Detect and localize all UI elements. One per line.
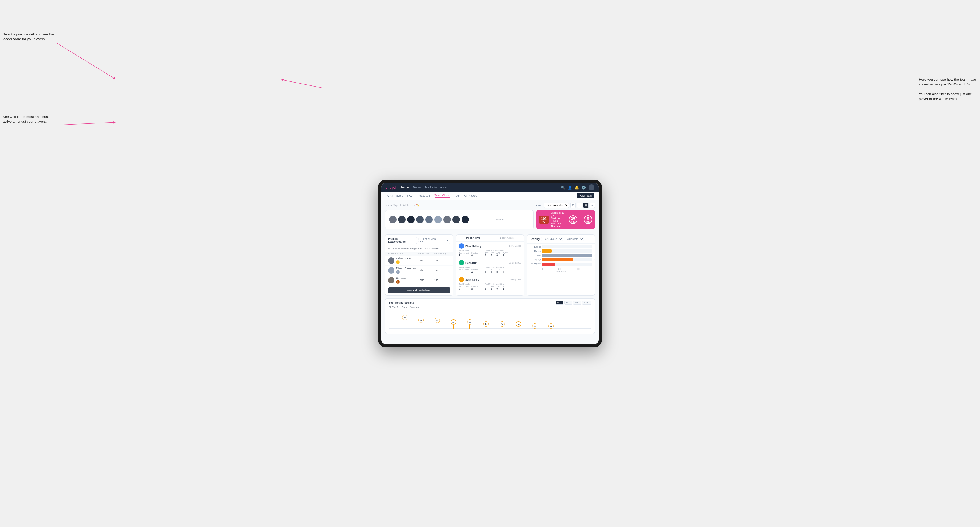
player-avatar-9[interactable] xyxy=(461,216,469,223)
bar-label: Eagles xyxy=(530,246,541,248)
streak-bubble: 4x xyxy=(483,321,488,327)
player-avatar-7[interactable] xyxy=(444,216,451,223)
view-full-leaderboard-button[interactable]: View Full Leaderboard xyxy=(388,287,450,293)
edit-icon[interactable]: ✏️ xyxy=(416,204,419,206)
bar-track: 499 xyxy=(542,254,592,257)
view-compact-icon[interactable]: ≡ xyxy=(590,203,595,208)
settings-icon[interactable]: ⚙️ xyxy=(582,186,586,189)
bar-track: 3 xyxy=(542,245,592,248)
player-avatar-6[interactable] xyxy=(434,216,442,223)
highlight-text: Shot Dist: 16 yds Start Lie: Rough End L… xyxy=(551,211,567,227)
active-tabs: Most Active Least Active xyxy=(456,235,524,242)
streak-bubble: 5x xyxy=(451,319,456,325)
lb-avg-1: 110 xyxy=(434,259,450,262)
least-active-tab[interactable]: Least Active xyxy=(490,235,524,241)
pe-date-1: 26 Aug 2023 xyxy=(509,245,521,247)
lb-name-3: Cameron... xyxy=(396,277,408,279)
player-avatar-2[interactable] xyxy=(398,216,406,223)
show-select[interactable]: Last 3 months xyxy=(544,203,569,208)
streaks-chart: 7x 6x 6x 5x 5x 4x 4x 4x 3x 3x xyxy=(388,310,592,332)
user-avatar[interactable] xyxy=(589,184,594,190)
scoring-filter-player[interactable]: All Players xyxy=(565,237,584,241)
player-avatar-3[interactable] xyxy=(407,216,415,223)
most-active-tab[interactable]: Most Active xyxy=(456,235,490,241)
subnav: PGAT Players PGA Hcaps 1-5 Team Clippd T… xyxy=(381,192,599,200)
bar-fill xyxy=(542,249,552,252)
lb-avatar-2 xyxy=(388,267,395,274)
pe-avatar-2 xyxy=(459,260,464,265)
bronze-badge: 3 xyxy=(396,280,400,284)
search-icon[interactable]: 🔍 xyxy=(561,186,565,189)
people-icon[interactable]: 👤 xyxy=(568,186,572,189)
bar-track: 96 xyxy=(542,249,592,252)
streak-bubble: 3x xyxy=(548,323,554,329)
streaks-btn-putt[interactable]: PUTT xyxy=(582,301,592,305)
pe-avatar-1 xyxy=(459,243,464,249)
bell-icon[interactable]: 🔔 xyxy=(575,186,579,189)
pe-date-2: 02 Sep 2023 xyxy=(509,262,521,264)
tablet-frame: clippd Home Teams My Performance 🔍 👤 🔔 ⚙… xyxy=(378,179,602,347)
streak-bubble: 6x xyxy=(434,317,440,323)
subnav-tour[interactable]: Tour xyxy=(454,194,460,198)
lb-title: Practice Leaderboards xyxy=(388,237,416,243)
player-avatar-1[interactable] xyxy=(389,216,396,223)
bar-value: 499 xyxy=(594,254,595,257)
logo: clippd xyxy=(386,186,396,189)
lb-row[interactable]: Edward Crossman 2 18/20 107 xyxy=(385,266,453,275)
player-avatar-4[interactable] xyxy=(416,216,424,223)
player-avatar-8[interactable] xyxy=(452,216,460,223)
svg-line-1 xyxy=(56,122,115,125)
highlight-number: 198 SQ xyxy=(539,216,549,224)
active-players-card: Most Active Least Active Blair McHarg 26… xyxy=(456,235,524,296)
streaks-btn-arg[interactable]: ARG xyxy=(573,301,581,305)
streaks-btn-app[interactable]: APP xyxy=(564,301,572,305)
scoring-header: Scoring Par 3, 4 & 5s All Players xyxy=(527,235,595,243)
streak-node: 7x xyxy=(402,315,407,329)
streak-stem xyxy=(486,327,486,329)
players-row: Players xyxy=(385,210,534,229)
bar-label: Pars xyxy=(530,254,541,257)
add-team-button[interactable]: Add Team xyxy=(577,193,594,198)
subnav-allplayers[interactable]: All Players xyxy=(464,194,477,198)
view-detail-icon[interactable]: ▦ xyxy=(583,203,589,208)
subnav-pgat[interactable]: PGAT Players xyxy=(386,194,403,198)
silver-badge: 2 xyxy=(396,270,400,274)
bar-row: Birdies 96 xyxy=(530,249,592,252)
streak-bubble: 7x xyxy=(402,315,407,320)
streak-bubble: 3x xyxy=(532,323,538,329)
tablet-screen: clippd Home Teams My Performance 🔍 👤 🔔 ⚙… xyxy=(381,183,599,344)
lb-avg-2: 107 xyxy=(434,269,450,272)
highlight-card: 198 SQ Shot Dist: 16 yds Start Lie: Roug… xyxy=(536,210,595,229)
nav-link-home[interactable]: Home xyxy=(401,186,409,189)
nav-link-teams[interactable]: Teams xyxy=(413,186,421,189)
streak-stem xyxy=(469,325,470,329)
streaks-section: Best Round Streaks OTT APP ARG PUTT Off … xyxy=(385,298,595,334)
bar-fill xyxy=(542,245,542,248)
annotation-right: Here you can see how the team have score… xyxy=(919,77,977,102)
player-entry-2: Rees Britt 02 Sep 2023 Total Rounds Tour… xyxy=(456,259,524,275)
players-label: Players xyxy=(471,218,530,221)
view-list-icon[interactable]: ☰ xyxy=(577,203,582,208)
streaks-btns: OTT APP ARG PUTT xyxy=(555,301,592,305)
subnav-pga[interactable]: PGA xyxy=(407,194,413,198)
lb-filter[interactable]: PUTT Must Make Putting... ▾ xyxy=(416,237,450,244)
lb-row[interactable]: Richard Butler 1 19/20 110 xyxy=(385,256,453,266)
lb-row[interactable]: Cameron... 3 17/20 103 xyxy=(385,275,453,285)
bar-label: D. Bogeys + xyxy=(530,262,541,267)
subnav-hcaps[interactable]: Hcaps 1-5 xyxy=(418,194,430,198)
circle-val-1: 16 yds xyxy=(569,215,578,224)
bar-value: 311 xyxy=(594,259,595,261)
lb-table-header: PLAYER NAME PB SCORE PB AVG SQ xyxy=(385,252,453,256)
streaks-btn-ott[interactable]: OTT xyxy=(555,301,563,305)
streak-stem xyxy=(421,323,421,329)
streak-stem xyxy=(453,325,453,329)
player-avatar-5[interactable] xyxy=(425,216,433,223)
circle-val-2: 0 yds xyxy=(584,215,592,224)
bar-row: Eagles 3 xyxy=(530,245,592,248)
pe-date-3: 26 Aug 2023 xyxy=(509,278,521,281)
nav-link-myperformance[interactable]: My Performance xyxy=(425,186,447,189)
subnav-teamclippd[interactable]: Team Clippd xyxy=(434,194,450,198)
scoring-filter-par[interactable]: Par 3, 4 & 5s xyxy=(541,237,563,241)
bar-row: Pars 499 xyxy=(530,254,592,257)
view-grid-icon[interactable]: ⊞ xyxy=(570,203,576,208)
